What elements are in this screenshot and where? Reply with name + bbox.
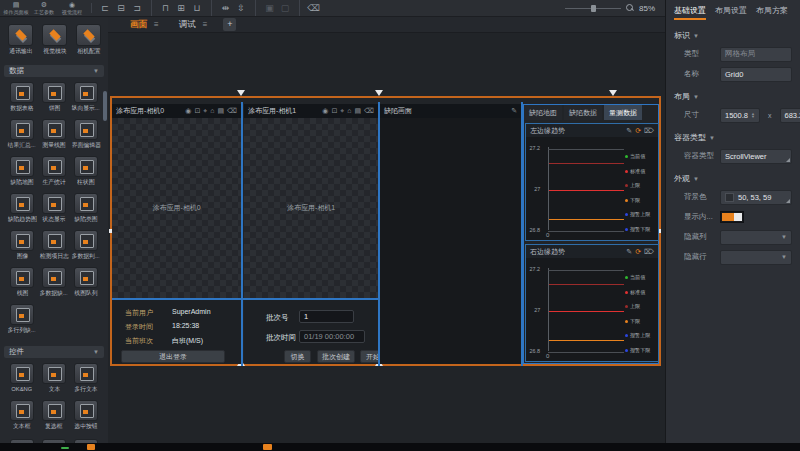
hamburger-icon[interactable]: ≡ (203, 20, 208, 29)
tool-item[interactable]: 线图队列 (70, 267, 102, 298)
tool-item[interactable]: OK&NG (6, 363, 38, 394)
toolbar-module-button[interactable]: ▤ 操作员面板 (2, 1, 30, 16)
tool-item[interactable]: 图像 (6, 230, 38, 261)
right-edge-trend-chart[interactable]: 右边缘趋势 ✎⟳⌦ 27.2 27 26.8 0 (525, 244, 659, 362)
measurement-panel[interactable]: 缺陷地图 缺陷数据 量测数据 左边缘趋势 ✎⟳⌦ 27.2 27 (523, 104, 659, 364)
camera1-panel[interactable]: 涂布应用-相机1 ◉⊡⌖⌂▤⌫ 涂布应用-相机1 批次号 1 批次时间 01/1… (244, 104, 378, 364)
tool-item[interactable]: 多行文本 (70, 363, 102, 394)
toolbar-align-icon[interactable]: ⊓ (151, 0, 173, 16)
tool-item[interactable]: 状态显示 (38, 193, 70, 224)
tab-layout-scheme[interactable]: 布局方案 (756, 5, 788, 20)
container-type-input[interactable]: ScrollViewer (720, 149, 792, 164)
section-header-controls[interactable]: 控件 ▼ (4, 346, 104, 358)
tab-defect-map[interactable]: 缺陷地图 (524, 105, 562, 120)
tool-item[interactable]: 复选框 (38, 400, 70, 431)
toolbar-module-button[interactable]: ◉ 视觉流程 (58, 1, 86, 16)
panel-header-icon[interactable]: ◉ (185, 107, 191, 115)
tool-item[interactable]: 测量线图 (38, 119, 70, 150)
chart-header-icon[interactable]: ⌦ (644, 127, 654, 135)
chart-header-icon[interactable]: ⌦ (644, 248, 654, 256)
section-appearance[interactable]: 外观 ▼ (666, 166, 800, 187)
tool-item[interactable]: 多行列缺... (6, 304, 38, 335)
height-input[interactable]: 683.2 ▲▼ (780, 108, 800, 123)
color-swatch[interactable] (725, 193, 734, 202)
section-container-type[interactable]: 容器类型 ▼ (666, 125, 800, 146)
defect-screen-body[interactable] (380, 118, 521, 364)
toolbar-align-icon[interactable]: ⊔ (189, 0, 205, 16)
tool-item[interactable]: 界面编辑器 (70, 119, 102, 150)
tool-item[interactable]: 缺陷地图 (6, 156, 38, 187)
grid-splitter-vertical[interactable] (378, 102, 380, 366)
tab-debug[interactable]: 调试 ≡ (169, 17, 218, 33)
tool-item[interactable]: 缺陷趋势图 (6, 193, 38, 224)
zoom-slider[interactable] (565, 8, 621, 9)
panel-header-icon[interactable]: ◉ (322, 107, 328, 115)
toolbar-align-icon[interactable]: ⇳ (233, 0, 249, 16)
camera0-panel[interactable]: 涂布应用-相机0 ◉⊡⌖⌂▤⌫ 涂布应用-相机0 当前用户 SuperAdmin… (112, 104, 241, 364)
tool-item[interactable]: 选中按钮 (70, 400, 102, 431)
module-shortcut-button[interactable]: 通讯输出 (7, 24, 34, 56)
tool-item[interactable]: 柱状图 (70, 156, 102, 187)
module-shortcut-button[interactable]: 视觉模块 (41, 24, 68, 56)
toolbar-align-icon[interactable]: ⌫ (299, 0, 321, 16)
panel-header-icon[interactable]: ⌖ (203, 107, 207, 115)
section-identity[interactable]: 标识 ▼ (666, 23, 800, 44)
chart-header-icon[interactable]: ✎ (626, 248, 632, 256)
tool-item[interactable]: 生产统计 (38, 156, 70, 187)
tool-item[interactable]: 多数据缺... (38, 267, 70, 298)
grid-splitter-horizontal[interactable] (112, 298, 378, 300)
defect-screen-panel[interactable]: 缺陷画面 ✎ (380, 104, 521, 364)
panel-header-icon[interactable]: ⌂ (210, 107, 214, 115)
design-surface[interactable]: 涂布应用-相机0 ◉⊡⌖⌂▤⌫ 涂布应用-相机0 当前用户 SuperAdmin… (108, 33, 665, 443)
panel-header-icon[interactable]: ⌫ (364, 107, 374, 115)
left-edge-trend-chart[interactable]: 左边缘趋势 ✎⟳⌦ 27.2 27 26.8 0 (525, 123, 659, 241)
grid-column-handle[interactable] (609, 90, 617, 96)
logout-button[interactable]: 退出登录 (121, 350, 225, 363)
grid-column-handle[interactable] (375, 90, 383, 96)
tool-item[interactable]: 结果汇总... (6, 119, 38, 150)
tab-measure-data[interactable]: 量测数据 (604, 105, 642, 120)
tool-item[interactable]: 多数据判... (70, 230, 102, 261)
grid-column-handle[interactable] (237, 90, 245, 96)
batch-create-button[interactable]: 批次创建 (317, 350, 355, 363)
hamburger-icon[interactable]: ≡ (154, 20, 159, 29)
tool-item[interactable]: 文本 (38, 363, 70, 394)
chart-header-icon[interactable]: ✎ (626, 127, 632, 135)
tab-basic-settings[interactable]: 基础设置 (674, 5, 706, 20)
panel-header-icon[interactable]: ⌖ (340, 107, 344, 115)
grid-splitter-vertical[interactable] (241, 102, 243, 366)
toolbar-align-icon[interactable]: ⊟ (113, 0, 129, 16)
tool-item[interactable]: 缺陷类图 (70, 193, 102, 224)
chart-header-icon[interactable]: ⟳ (635, 127, 641, 135)
panel-header-icon[interactable]: ▤ (217, 107, 224, 115)
panel-header-icon[interactable]: ⌂ (347, 107, 351, 115)
section-layout[interactable]: 布局 ▼ (666, 84, 800, 105)
hidden-columns-dropdown[interactable]: ▼ (720, 230, 792, 245)
tool-item[interactable]: 纵向显示... (70, 82, 102, 113)
panel-header-icon[interactable]: ▤ (354, 107, 361, 115)
batch-time-input[interactable]: 01/19 00:00:00 (299, 330, 365, 343)
panel-header-icon[interactable]: ⌫ (227, 107, 237, 115)
width-input[interactable]: 1500.8 ▲▼ (720, 108, 760, 123)
batch-no-input[interactable]: 1 (299, 310, 354, 323)
type-input[interactable]: 网格布局 (720, 47, 792, 62)
tab-defect-data[interactable]: 缺陷数据 (564, 105, 602, 120)
display-toggle[interactable] (720, 211, 744, 223)
background-color-input[interactable]: 50, 53, 59 (720, 190, 792, 205)
toolbar-align-icon[interactable]: ⊐ (129, 0, 145, 16)
tool-item[interactable]: 文本框 (6, 400, 38, 431)
toolbar-module-button[interactable]: ⚙ 工艺参数 (30, 1, 58, 16)
panel-header-icon[interactable]: ⊡ (194, 107, 200, 115)
name-input[interactable]: Grid0 (720, 67, 792, 82)
toolbar-align-icon[interactable]: ⇹ (211, 0, 233, 16)
sidebar-scrollbar[interactable] (103, 91, 107, 121)
camera0-viewer[interactable]: 涂布应用-相机0 (112, 118, 241, 298)
toolbar-align-icon[interactable]: ⊏ (97, 0, 113, 16)
chart-header-icon[interactable]: ⟳ (635, 248, 641, 256)
toolbar-align-icon[interactable]: ▢ (277, 0, 293, 16)
spinner-arrows-icon[interactable]: ▲▼ (751, 112, 755, 118)
tab-layout-settings[interactable]: 布局设置 (715, 5, 747, 20)
edit-icon[interactable]: ✎ (511, 107, 517, 115)
toolbar-align-icon[interactable]: ▣ (255, 0, 277, 16)
panel-header-icon[interactable]: ⊡ (331, 107, 337, 115)
